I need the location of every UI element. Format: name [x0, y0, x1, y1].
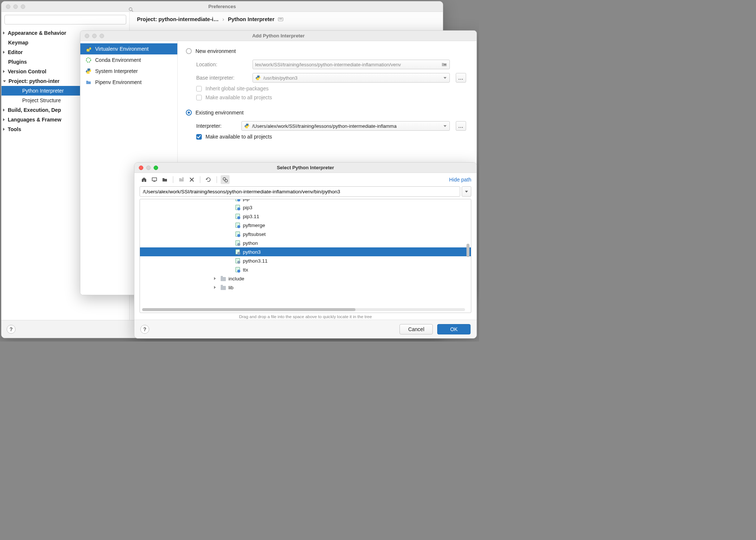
- file-icon: [235, 258, 241, 264]
- folder-tree-item[interactable]: include: [140, 274, 471, 283]
- file-icon: [235, 213, 241, 219]
- interp-dropdown[interactable]: /Users/alex/work/SSI/training/lessons/py…: [241, 121, 450, 131]
- file-tree-item[interactable]: ttx: [140, 265, 471, 274]
- python-icon: [244, 123, 250, 129]
- interpreter-type-item[interactable]: Pipenv Environment: [80, 77, 177, 88]
- file-tree-item[interactable]: python3.11: [140, 256, 471, 265]
- path-history-dropdown[interactable]: [462, 186, 471, 197]
- browse-button[interactable]: ...: [456, 73, 466, 83]
- checkbox-icon[interactable]: [196, 86, 202, 91]
- zoom-icon[interactable]: [100, 34, 104, 38]
- inherit-check-row[interactable]: Inherit global site-packages: [196, 86, 468, 91]
- make-avail-check-row[interactable]: Make available to all projects: [196, 94, 468, 100]
- file-tree-item[interactable]: pyftsubset: [140, 230, 471, 239]
- close-icon[interactable]: [85, 34, 89, 38]
- interpreter-type-item[interactable]: Virtualenv Environment: [80, 43, 177, 54]
- zoom-icon[interactable]: [21, 4, 25, 9]
- close-icon[interactable]: [6, 4, 10, 9]
- ok-button[interactable]: OK: [437, 324, 471, 334]
- checkbox-icon[interactable]: [196, 134, 202, 140]
- minimize-icon[interactable]: [92, 34, 97, 38]
- folder-icon[interactable]: [441, 62, 447, 67]
- scrollbar-horizontal[interactable]: [142, 308, 465, 311]
- file-name: pyftmerge: [243, 223, 265, 228]
- radio-icon[interactable]: [186, 110, 192, 116]
- browse-button[interactable]: ...: [456, 121, 466, 131]
- traffic-lights: [6, 4, 25, 9]
- close-icon[interactable]: [139, 166, 143, 170]
- file-name: pip3: [243, 205, 252, 210]
- select-titlebar[interactable]: Select Python Interpreter: [134, 163, 476, 173]
- home-icon[interactable]: [140, 175, 148, 184]
- inherit-label: Inherit global site-packages: [205, 86, 268, 91]
- base-interp-label: Base interpreter:: [196, 75, 247, 81]
- python-icon: [255, 75, 261, 81]
- file-icon: [235, 249, 241, 255]
- location-value: lex/work/SSI/training/lessons/python-int…: [255, 62, 401, 67]
- folder-tree-item[interactable]: lib: [140, 283, 471, 292]
- select-title: Select Python Interpreter: [134, 165, 476, 170]
- breadcrumb: Project: python-intermediate-i… › Python…: [137, 16, 435, 22]
- file-icon: [235, 204, 241, 210]
- refresh-icon[interactable]: [204, 175, 213, 184]
- existing-env-radio-row[interactable]: Existing environment: [186, 108, 468, 117]
- file-tree-item[interactable]: pip: [140, 199, 471, 203]
- delete-icon[interactable]: [187, 175, 196, 184]
- zoom-icon[interactable]: [154, 166, 158, 170]
- file-icon: [235, 240, 241, 246]
- file-tree-item[interactable]: pip3: [140, 203, 471, 212]
- add-titlebar: Add Python Interpreter: [80, 31, 476, 41]
- conda-icon: [86, 57, 91, 63]
- make-avail-label-2: Make available to all projects: [205, 134, 272, 140]
- file-tree-item[interactable]: pip3.11: [140, 212, 471, 221]
- interpreter-type-item[interactable]: System Interpreter: [80, 66, 177, 77]
- file-icon: [235, 231, 241, 237]
- type-label: Pipenv Environment: [95, 79, 141, 85]
- folder-icon: [220, 276, 226, 281]
- radio-icon[interactable]: [186, 48, 192, 54]
- project-icon[interactable]: [160, 175, 169, 184]
- svg-rect-3: [152, 178, 157, 181]
- help-button[interactable]: ?: [7, 325, 16, 334]
- minimize-icon[interactable]: [13, 4, 18, 9]
- type-label: System Interpreter: [95, 68, 138, 74]
- minimize-icon[interactable]: [146, 166, 151, 170]
- file-tree-item[interactable]: python: [140, 239, 471, 247]
- folder-name: include: [228, 276, 244, 281]
- location-field[interactable]: lex/work/SSI/training/lessons/python-int…: [252, 60, 450, 69]
- location-label: Location:: [196, 61, 247, 67]
- existing-env-label: Existing environment: [195, 110, 244, 116]
- search-input[interactable]: [4, 15, 126, 24]
- interpreter-type-item[interactable]: Conda Environment: [80, 54, 177, 66]
- svg-point-2: [86, 58, 91, 62]
- select-footer: ? Cancel OK: [134, 320, 476, 338]
- file-name: python3: [243, 249, 261, 255]
- new-env-label: New environment: [195, 48, 236, 54]
- search-icon: [128, 12, 130, 12]
- interp-label: Interpreter:: [196, 123, 235, 129]
- breadcrumb-project[interactable]: Project: python-intermediate-i…: [137, 16, 219, 22]
- interp-value: /Users/alex/work/SSI/training/lessons/py…: [252, 123, 397, 129]
- file-tree-item[interactable]: pyftmerge: [140, 221, 471, 230]
- cancel-button[interactable]: Cancel: [399, 324, 433, 334]
- new-folder-icon[interactable]: [177, 175, 186, 184]
- file-tree[interactable]: pippip3pip3.11pyftmergepyftsubsetpythonp…: [140, 199, 471, 313]
- base-interp-dropdown[interactable]: /usr/bin/python3: [252, 73, 450, 83]
- scrollbar-vertical[interactable]: [466, 244, 469, 257]
- hide-path-link[interactable]: Hide path: [449, 177, 471, 183]
- chevron-right-icon[interactable]: [214, 277, 216, 280]
- file-name: python: [243, 240, 258, 246]
- traffic-lights: [85, 34, 104, 38]
- path-input[interactable]: [140, 186, 460, 197]
- make-avail-check-row-2[interactable]: Make available to all projects: [196, 134, 468, 140]
- desktop-icon[interactable]: [150, 175, 159, 184]
- make-avail-label: Make available to all projects: [205, 94, 272, 100]
- help-button[interactable]: ?: [140, 325, 149, 334]
- svg-point-8: [225, 180, 228, 182]
- file-tree-item[interactable]: python3: [140, 247, 471, 256]
- new-env-radio-row[interactable]: New environment: [186, 46, 468, 56]
- file-name: pip3.11: [243, 214, 259, 219]
- chevron-right-icon[interactable]: [214, 286, 216, 289]
- show-hidden-icon[interactable]: [221, 175, 230, 184]
- checkbox-icon[interactable]: [196, 95, 202, 100]
